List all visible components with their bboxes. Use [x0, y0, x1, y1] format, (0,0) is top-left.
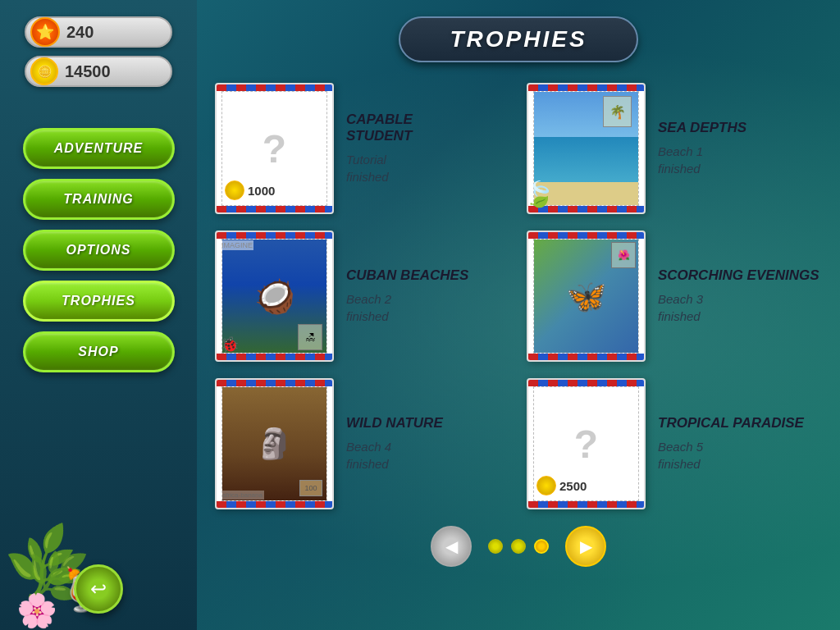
- postcard-capable-student: ? 1000: [215, 83, 334, 214]
- shop-button[interactable]: SHOP: [23, 331, 175, 372]
- postcard-tropical-paradise: ? 2500: [527, 378, 646, 509]
- postcard-wild-nature: 🗿 100 africa-banana: [215, 378, 334, 509]
- adventure-button[interactable]: ADVENTURE: [23, 128, 175, 169]
- stars-stat-bar: ⭐ 240: [25, 16, 172, 48]
- postcard-scorching-evenings: 🦋 🌺: [527, 231, 646, 362]
- trophy-coin-tropical-paradise: 2500: [536, 476, 587, 495]
- trophy-name-cuban-beaches: CUBAN BEACHES: [346, 267, 510, 284]
- coins-stat-bar: 🪙 14500: [25, 56, 172, 87]
- trophy-item-capable-student: ? 1000 CAPABLESTUDENT Tutorialfinished: [215, 83, 510, 214]
- trophy-desc-capable-student: Tutorialfinished: [346, 151, 510, 185]
- page-title: TROPHIES: [450, 26, 587, 52]
- trophy-info-sea-depths: SEA DEPTHS Beach 1finished: [658, 120, 822, 177]
- trophy-info-wild-nature: WILD NATURE Beach 4finished: [346, 415, 510, 472]
- title-banner: TROPHIES: [399, 16, 637, 62]
- star-count: 240: [66, 23, 94, 42]
- trophy-item-wild-nature: 🗿 100 africa-banana WILD NATURE Beach 4f…: [215, 378, 510, 509]
- page-dot-1[interactable]: [488, 539, 503, 554]
- trophy-name-sea-depths: SEA DEPTHS: [658, 120, 822, 136]
- trophy-grid: ? 1000 CAPABLESTUDENT Tutorialfinished: [215, 83, 822, 509]
- page-dot-2[interactable]: [511, 539, 526, 554]
- trophies-button[interactable]: TROPHIES: [23, 281, 175, 322]
- trophy-desc-wild-nature: Beach 4finished: [346, 438, 510, 472]
- training-button[interactable]: TRAINING: [23, 179, 175, 220]
- trophy-desc-sea-depths: Beach 1finished: [658, 143, 822, 177]
- trophy-info-capable-student: CAPABLESTUDENT Tutorialfinished: [346, 112, 510, 186]
- trophy-desc-scorching-evenings: Beach 3finished: [658, 290, 822, 325]
- pagination: ◀ ▶: [431, 526, 606, 567]
- trophy-coin-capable-student: 1000: [225, 180, 275, 200]
- trophy-info-cuban-beaches: CUBAN BEACHES Beach 2finished: [346, 267, 510, 325]
- trophy-item-cuban-beaches: 🥥 🏖 🐞 IMAGINE CUBAN BEACHES Beach 2finis…: [215, 231, 510, 362]
- postcard-cuban-beaches: 🥥 🏖 🐞 IMAGINE: [215, 231, 334, 362]
- trophy-item-scorching-evenings: 🦋 🌺 SCORCHING EVENINGS Beach 3finished: [527, 231, 822, 362]
- page-prev-button[interactable]: ◀: [431, 526, 472, 567]
- trophy-info-tropical-paradise: TROPICAL PARADISE Beach 5finished: [658, 415, 822, 472]
- trophy-name-scorching-evenings: SCORCHING EVENINGS: [658, 267, 822, 284]
- sidebar: ⭐ 240 🪙 14500 ADVENTURE TRAINING OPTIONS…: [0, 0, 197, 630]
- page-dots: [488, 539, 549, 554]
- page-dot-3[interactable]: [534, 539, 549, 554]
- back-button[interactable]: ↩: [74, 564, 123, 614]
- trophy-desc-tropical-paradise: Beach 5finished: [658, 438, 822, 472]
- coin-count: 14500: [65, 62, 111, 81]
- coin-icon: 🪙: [30, 57, 58, 85]
- trophy-info-scorching-evenings: SCORCHING EVENINGS Beach 3finished: [658, 267, 822, 325]
- trophy-name-capable-student: CAPABLESTUDENT: [346, 112, 510, 145]
- small-coin-icon: [225, 180, 244, 200]
- trophy-name-tropical-paradise: TROPICAL PARADISE: [658, 415, 822, 431]
- trophy-item-tropical-paradise: ? 2500 TROPICAL PARADISE Beach 5finished: [527, 378, 822, 509]
- trophy-name-wild-nature: WILD NATURE: [346, 415, 510, 431]
- star-icon: ⭐: [30, 17, 60, 47]
- options-button[interactable]: OPTIONS: [23, 230, 175, 271]
- postcard-sea-depths: 🌴 🍃: [527, 83, 646, 214]
- small-coin-2-icon: [536, 476, 556, 495]
- page-next-button[interactable]: ▶: [565, 526, 606, 567]
- trophy-desc-cuban-beaches: Beach 2finished: [346, 290, 510, 325]
- main-content: TROPHIES ? 1000 CAPABLESTUDENT Tutorialf…: [197, 0, 840, 630]
- trophy-item-sea-depths: 🌴 🍃 SEA DEPTHS Beach 1finished: [527, 83, 822, 214]
